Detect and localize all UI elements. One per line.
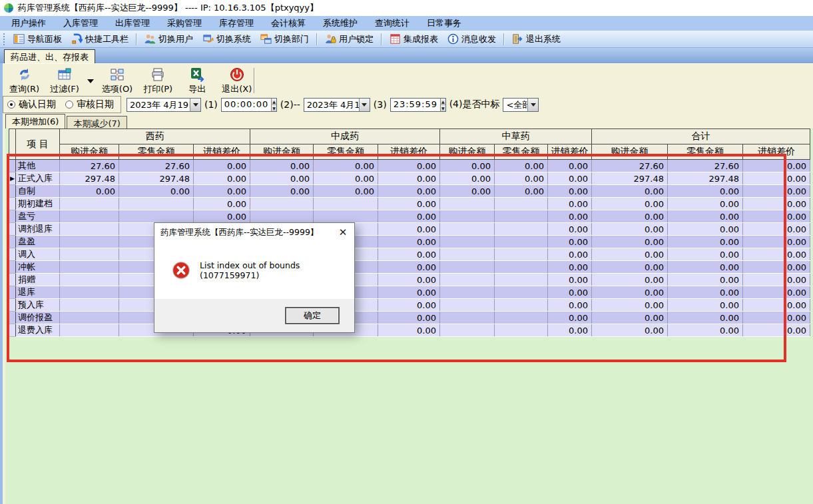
amount-cell[interactable]: 0.00	[378, 210, 440, 223]
amount-cell[interactable]	[60, 223, 119, 236]
amount-cell[interactable]	[440, 261, 495, 274]
chevron-down-icon[interactable]	[527, 99, 538, 111]
table-row[interactable]: 退费入库0.000.000.000.000.000.00	[9, 324, 810, 337]
amount-cell[interactable]: 0.00	[378, 198, 440, 210]
amount-cell[interactable]	[495, 223, 548, 236]
toolbar-button[interactable]: 快捷工具栏	[67, 31, 133, 47]
amount-cell[interactable]: 0.00	[378, 172, 440, 185]
table-row[interactable]: 调入0.000.000.000.000.000.00	[9, 248, 810, 261]
amount-cell[interactable]	[495, 210, 548, 223]
amount-cell[interactable]: 0.00	[194, 160, 250, 172]
tab-period-increase[interactable]: 本期增加(6)	[5, 114, 65, 128]
amount-cell[interactable]: 0.00	[743, 223, 810, 236]
amount-cell[interactable]	[495, 286, 548, 299]
amount-cell[interactable]: 0.00	[378, 160, 440, 172]
amount-cell[interactable]: 297.48	[119, 172, 194, 185]
amount-cell[interactable]: 0.00	[668, 248, 743, 261]
amount-cell[interactable]	[60, 274, 119, 286]
amount-cell[interactable]	[440, 286, 495, 299]
amount-cell[interactable]: 0.00	[548, 261, 592, 274]
amount-cell[interactable]	[60, 236, 119, 248]
item-label-cell[interactable]: 盘亏	[16, 210, 60, 223]
amount-cell[interactable]: 0.00	[495, 172, 548, 185]
table-row[interactable]: 预入库0.000.000.000.000.000.00	[9, 299, 810, 312]
item-label-cell[interactable]: 自制	[16, 185, 60, 198]
amount-cell[interactable]: 0.00	[592, 198, 668, 210]
amount-cell[interactable]: 0.00	[548, 312, 592, 324]
amount-cell[interactable]: 27.60	[60, 160, 119, 172]
menu-item[interactable]: 日常事务	[418, 16, 470, 31]
amount-cell[interactable]	[119, 198, 194, 210]
amount-cell[interactable]: 0.00	[743, 274, 810, 286]
amount-cell[interactable]	[440, 274, 495, 286]
amount-cell[interactable]: 0.00	[668, 261, 743, 274]
amount-cell[interactable]: 0.00	[548, 210, 592, 223]
amount-cell[interactable]: 0.00	[378, 185, 440, 198]
amount-cell[interactable]: 0.00	[440, 172, 495, 185]
amount-cell[interactable]: 0.00	[378, 236, 440, 248]
amount-cell[interactable]: 0.00	[250, 185, 314, 198]
toolbar-button[interactable]: 退出系统	[507, 31, 565, 47]
menu-item[interactable]: 用户操作	[3, 16, 55, 31]
toolbar-button[interactable]: 集成报表	[385, 31, 443, 47]
amount-cell[interactable]	[440, 312, 495, 324]
toolbar-button[interactable]: 消息收发	[443, 31, 501, 47]
item-label-cell[interactable]: 捐赠	[16, 274, 60, 286]
chevron-down-icon[interactable]	[190, 99, 200, 111]
amount-cell[interactable]: 0.00	[194, 210, 250, 223]
amount-cell[interactable]	[440, 210, 495, 223]
amount-cell[interactable]: 0.00	[378, 261, 440, 274]
radio-audit-date[interactable]: 审核日期	[65, 99, 114, 111]
amount-cell[interactable]: 0.00	[668, 274, 743, 286]
amount-cell[interactable]: 0.00	[592, 248, 668, 261]
toolbar-button[interactable]: 导航面板	[9, 31, 67, 47]
amount-cell[interactable]: 0.00	[194, 185, 250, 198]
amount-cell[interactable]: 0.00	[314, 160, 378, 172]
amount-cell[interactable]: 0.00	[250, 172, 314, 185]
amount-cell[interactable]	[250, 198, 314, 210]
amount-cell[interactable]: 0.00	[548, 324, 592, 337]
amount-cell[interactable]: 0.00	[548, 248, 592, 261]
amount-cell[interactable]: 0.00	[743, 261, 810, 274]
amount-cell[interactable]: 0.00	[743, 236, 810, 248]
ok-button[interactable]: 确定	[285, 307, 340, 324]
amount-cell[interactable]: 0.00	[548, 274, 592, 286]
query-toolbar-button[interactable]: 查询(R)	[4, 67, 45, 95]
amount-cell[interactable]: 0.00	[592, 210, 668, 223]
amount-cell[interactable]: 0.00	[548, 299, 592, 312]
amount-cell[interactable]: 27.60	[592, 160, 668, 172]
amount-cell[interactable]: 0.00	[668, 223, 743, 236]
query-toolbar-button[interactable]: 打印(P)	[138, 67, 178, 95]
table-row[interactable]: 捐赠0.000.000.000.000.000.00	[9, 274, 810, 286]
item-label-cell[interactable]: 其他	[16, 160, 60, 172]
amount-cell[interactable]: 0.00	[668, 198, 743, 210]
amount-cell[interactable]	[60, 261, 119, 274]
item-label-cell[interactable]: 正式入库	[16, 172, 60, 185]
amount-cell[interactable]: 0.00	[548, 172, 592, 185]
menu-item[interactable]: 查询统计	[366, 16, 418, 31]
amount-cell[interactable]	[440, 223, 495, 236]
toolbar-button[interactable]: 切换系统	[198, 31, 256, 47]
query-toolbar-button[interactable]: 过滤(F)	[45, 67, 85, 95]
radio-confirm-date[interactable]: 确认日期	[7, 99, 56, 111]
tab-period-decrease[interactable]: 本期减少(7)	[67, 116, 127, 128]
amount-cell[interactable]: 0.00	[743, 324, 810, 337]
item-label-cell[interactable]: 调剂退库	[16, 223, 60, 236]
amount-cell[interactable]: 0.00	[668, 210, 743, 223]
tab-report[interactable]: 药品进、出、存报表	[4, 49, 95, 63]
amount-cell[interactable]: 0.00	[592, 261, 668, 274]
amount-cell[interactable]: 0.00	[495, 160, 548, 172]
time-to-input[interactable]: 23:59:59 ▲▼	[390, 98, 446, 112]
error-dialog-title-bar[interactable]: 药库管理系统【西药库--实达巨龙--9999】 ✕	[154, 223, 354, 242]
menu-item[interactable]: 入库管理	[55, 16, 107, 31]
filter-dropdown-button[interactable]	[85, 67, 97, 95]
query-toolbar-button[interactable]: 导出	[178, 67, 216, 95]
amount-cell[interactable]	[60, 248, 119, 261]
amount-cell[interactable]: 297.48	[592, 172, 668, 185]
amount-cell[interactable]: 0.00	[548, 185, 592, 198]
amount-cell[interactable]: 0.00	[743, 299, 810, 312]
amount-cell[interactable]	[495, 248, 548, 261]
date-to-select[interactable]: 2023年 4月19日	[304, 98, 370, 112]
menu-item[interactable]: 系统维护	[314, 16, 366, 31]
amount-cell[interactable]: 0.00	[668, 299, 743, 312]
